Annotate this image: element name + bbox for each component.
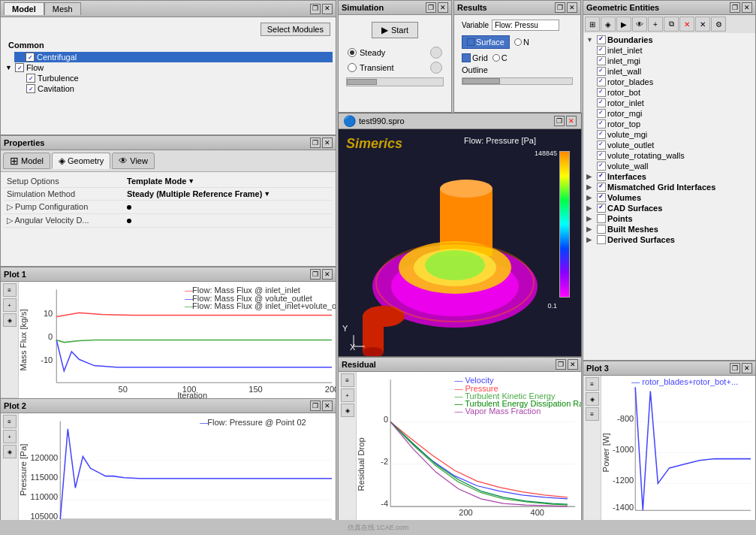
residual-restore-btn[interactable]: ❐ [556, 359, 566, 370]
geo-close-btn[interactable]: ✕ [742, 2, 752, 13]
geo-toolbar-delete[interactable]: ✕ [679, 17, 694, 32]
mgi-checkbox[interactable] [597, 183, 606, 192]
boundaries-checkbox[interactable] [597, 35, 606, 44]
residual-btn3[interactable]: ◈ [341, 404, 354, 417]
variable-input[interactable]: Flow: Pressu [492, 20, 559, 31]
rotor-top-cb[interactable] [597, 119, 606, 128]
geo-item-inlet-mgi[interactable]: inlet_mgi [595, 56, 754, 66]
plot1-restore-btn[interactable]: ❐ [310, 269, 321, 280]
sim-method-dropdown-icon[interactable]: ▼ [264, 190, 270, 198]
surface-button[interactable]: Surface [462, 35, 510, 49]
geo-toolbar-settings[interactable]: ⚙ [711, 17, 726, 32]
volumes-checkbox[interactable] [597, 193, 606, 202]
rotor-inlet-cb[interactable] [597, 98, 606, 107]
geo-toolbar-list[interactable]: ⊞ [585, 17, 600, 32]
transient-radio[interactable] [348, 63, 357, 72]
inlet-wall-cb[interactable] [597, 67, 606, 76]
geo-item-rotor-top[interactable]: rotor_top [595, 119, 754, 129]
residual-close-btn[interactable]: ✕ [568, 359, 578, 370]
start-button[interactable]: ▶ Start [372, 22, 418, 38]
geo-item-volute-mgi[interactable]: volute_mgi [595, 129, 754, 140]
geo-item-mgi[interactable]: ▶ Mismatched Grid Interfaces [585, 182, 754, 192]
points-checkbox[interactable] [597, 214, 606, 223]
results-scrollbar-thumb[interactable] [462, 78, 500, 84]
turbulence-checkbox[interactable] [26, 74, 35, 83]
close-btn[interactable]: ✕ [322, 4, 333, 14]
derived-surfaces-checkbox[interactable] [597, 235, 606, 244]
plot1-btn1[interactable]: ≡ [3, 283, 17, 297]
volute-rotating-cb[interactable] [597, 151, 606, 160]
sim-scrollbar-thumb[interactable] [347, 79, 377, 85]
rotor-bot-cb[interactable] [597, 88, 606, 97]
volute-outlet-cb[interactable] [597, 141, 606, 150]
sim-scrollbar-track[interactable] [346, 77, 444, 86]
plot3-close-btn[interactable]: ✕ [742, 363, 752, 373]
geo-item-derived-surfaces[interactable]: ▶ Derived Surfaces [585, 234, 754, 245]
plot2-restore-btn[interactable]: ❐ [310, 400, 321, 411]
residual-btn2[interactable]: + [341, 388, 354, 402]
cad-checkbox[interactable] [597, 204, 606, 213]
sim-restore-btn[interactable]: ❐ [426, 2, 436, 13]
tab-model[interactable]: Model [4, 2, 44, 15]
geo-item-inlet-inlet[interactable]: inlet_inlet [595, 45, 754, 56]
geo-item-volute-wall[interactable]: volute_wall [595, 161, 754, 171]
flow-checkbox[interactable] [15, 63, 24, 72]
cavitation-checkbox[interactable] [26, 84, 35, 93]
results-restore-btn[interactable]: ❐ [555, 2, 565, 13]
geo-toolbar-eye[interactable]: 👁 [632, 17, 647, 32]
prop-tab-view[interactable]: 👁 View [112, 153, 155, 169]
results-close-btn[interactable]: ✕ [567, 2, 577, 13]
setup-options-dropdown-icon[interactable]: ▼ [188, 177, 194, 185]
tree-item-flow[interactable]: ▼ Flow [4, 62, 333, 73]
inlet-inlet-cb[interactable] [597, 46, 606, 55]
geo-item-interfaces[interactable]: ▶ Interfaces [585, 171, 754, 182]
viewport-close-btn[interactable]: ✕ [566, 116, 577, 126]
plot3-btn2[interactable]: ◈ [586, 392, 599, 406]
geo-item-cad[interactable]: ▶ CAD Surfaces [585, 203, 754, 213]
select-modules-button[interactable]: Select Modules [261, 23, 330, 36]
viewport-restore-btn[interactable]: ❐ [554, 116, 565, 126]
geo-toolbar-copy[interactable]: ⧉ [664, 17, 679, 32]
plot3-btn1[interactable]: ≡ [586, 377, 599, 391]
geo-toolbar-view[interactable]: ▶ [616, 17, 631, 32]
geo-toolbar-x2[interactable]: ✕ [695, 17, 710, 32]
built-meshes-checkbox[interactable] [597, 225, 606, 234]
outline-radio[interactable] [492, 54, 500, 62]
geo-item-built-meshes[interactable]: ▶ Built Meshes [585, 224, 754, 234]
tree-item-cavitation[interactable]: Cavitation [25, 83, 333, 94]
geo-item-rotor-bot[interactable]: rotor_bot [595, 87, 754, 98]
tree-item-turbulence[interactable]: Turbulence [25, 73, 333, 83]
tab-mesh[interactable]: Mesh [44, 2, 81, 15]
volute-wall-cb[interactable] [597, 162, 606, 171]
results-radio1[interactable] [514, 38, 522, 46]
geo-item-rotor-blades[interactable]: rotor_blades [595, 77, 754, 87]
geo-item-rotor-inlet[interactable]: rotor_inlet [595, 98, 754, 108]
plot3-btn3[interactable]: ≡ [586, 407, 599, 421]
geo-item-volute-rotating[interactable]: volute_rotating_walls [595, 150, 754, 161]
sim-close-btn[interactable]: ✕ [438, 2, 448, 13]
geo-restore-btn[interactable]: ❐ [730, 2, 740, 13]
rotor-mgi-cb[interactable] [597, 109, 606, 118]
plot1-btn3[interactable]: ◈ [3, 313, 17, 327]
results-scrollbar[interactable] [462, 77, 573, 85]
prop-tab-model[interactable]: ⊞ Model [3, 153, 50, 169]
geo-toolbar-add[interactable]: + [648, 17, 663, 32]
rotor-blades-cb[interactable] [597, 77, 606, 86]
restore-btn[interactable]: ❐ [310, 4, 321, 14]
plot2-btn1[interactable]: ≡ [3, 415, 17, 428]
geo-item-volute-outlet[interactable]: volute_outlet [595, 140, 754, 150]
steady-radio[interactable] [348, 48, 357, 57]
geo-toolbar-tree[interactable]: ◈ [601, 17, 616, 32]
plot3-restore-btn[interactable]: ❐ [730, 363, 740, 373]
geo-item-rotor-mgi[interactable]: rotor_mgi [595, 108, 754, 119]
geo-item-volumes[interactable]: ▶ Volumes [585, 192, 754, 203]
tree-item-centrifugal[interactable]: Centrifugal [14, 52, 333, 62]
plot2-btn3[interactable]: ◈ [3, 445, 17, 458]
plot2-close-btn[interactable]: ✕ [322, 400, 333, 411]
plot1-btn2[interactable]: + [3, 298, 17, 312]
properties-restore-btn[interactable]: ❐ [310, 138, 321, 148]
inlet-mgi-cb[interactable] [597, 56, 606, 65]
transient-option[interactable]: Transient [342, 60, 448, 75]
geo-item-boundaries[interactable]: ▼ Boundaries [585, 35, 754, 45]
properties-close-btn[interactable]: ✕ [322, 138, 333, 148]
